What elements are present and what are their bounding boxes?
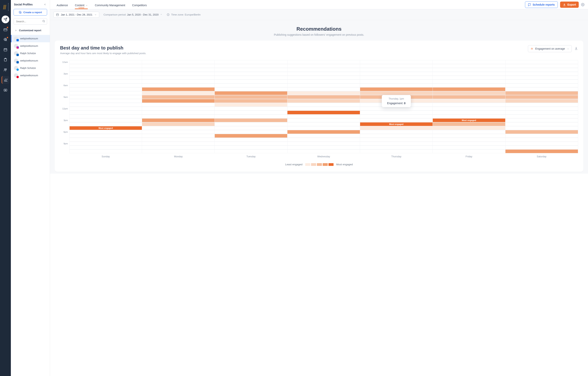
heatmap-cell[interactable]: [360, 114, 433, 118]
heatmap-cell[interactable]: [142, 138, 215, 142]
heatmap-cell[interactable]: [215, 64, 287, 68]
heatmap-cell[interactable]: [432, 122, 505, 126]
heatmap-cell[interactable]: [142, 145, 215, 149]
heatmap-cell[interactable]: [215, 87, 287, 91]
heatmap-cell[interactable]: [142, 79, 215, 83]
create-report-button[interactable]: Create a report: [14, 9, 47, 15]
heatmap-cell[interactable]: [432, 68, 505, 72]
schedule-reports-button[interactable]: Schedule reports: [525, 1, 557, 8]
heatmap-cell[interactable]: [287, 64, 360, 68]
heatmap-cell[interactable]: [505, 72, 578, 76]
heatmap-cell[interactable]: [142, 99, 215, 103]
heatmap-cell[interactable]: [505, 134, 578, 138]
heatmap-cell[interactable]: [287, 103, 360, 107]
heatmap-cell[interactable]: [505, 79, 578, 83]
heatmap-cell[interactable]: [360, 126, 433, 130]
heatmap-cell[interactable]: [360, 79, 433, 83]
heatmap-cell[interactable]: [505, 138, 578, 142]
heatmap-cell[interactable]: [505, 87, 578, 91]
heatmap-cell[interactable]: [215, 145, 287, 149]
sidebar-section-toggle[interactable]: Customized report: [11, 27, 50, 33]
heatmap-cell[interactable]: [69, 118, 142, 122]
heatmap-cell[interactable]: [360, 64, 433, 68]
heatmap-cell[interactable]: [69, 130, 142, 134]
heatmap-cell[interactable]: [215, 118, 287, 122]
heatmap-cell[interactable]: [142, 126, 215, 130]
heatmap-cell[interactable]: [505, 149, 578, 153]
heatmap-cell[interactable]: [215, 76, 287, 79]
heatmap-cell[interactable]: [505, 111, 578, 114]
heatmap-cell[interactable]: [215, 79, 287, 83]
heatmap-cell[interactable]: [505, 130, 578, 134]
heatmap-cell[interactable]: [287, 114, 360, 118]
heatmap-cell[interactable]: [287, 79, 360, 83]
profile-item[interactable]: webpixelkonsum: [11, 72, 50, 79]
heatmap-cell[interactable]: [142, 107, 215, 111]
profile-item[interactable]: Ralph Scholze: [11, 50, 50, 57]
heatmap-cell[interactable]: [69, 138, 142, 142]
heatmap-cell[interactable]: [215, 111, 287, 114]
heatmap-cell[interactable]: [432, 138, 505, 142]
heatmap-cell[interactable]: [432, 76, 505, 79]
nav-dashboard-icon[interactable]: [1, 26, 9, 33]
nav-calendar-icon[interactable]: [1, 46, 9, 54]
heatmap-cell[interactable]: [287, 130, 360, 134]
heatmap-cell[interactable]: [432, 130, 505, 134]
heatmap-cell[interactable]: [360, 142, 433, 145]
heatmap-cell[interactable]: [505, 64, 578, 68]
heatmap-cell[interactable]: [142, 103, 215, 107]
heatmap-cell[interactable]: [505, 76, 578, 79]
heatmap-cell[interactable]: [142, 130, 215, 134]
heatmap-cell[interactable]: [215, 149, 287, 153]
heatmap-cell[interactable]: [287, 76, 360, 79]
heatmap-cell[interactable]: [215, 72, 287, 76]
heatmap-cell[interactable]: [360, 130, 433, 134]
heatmap-cell[interactable]: [432, 111, 505, 114]
tab-competitors[interactable]: Competitors: [132, 1, 147, 9]
heatmap-cell[interactable]: [142, 122, 215, 126]
heatmap-cell[interactable]: [432, 134, 505, 138]
heatmap-cell[interactable]: [360, 111, 433, 114]
heatmap-cell[interactable]: [215, 114, 287, 118]
comparison-period-picker[interactable]: Comparison period: Jan 5, 2020 - Dec 31,…: [104, 13, 162, 16]
heatmap-cell[interactable]: [432, 142, 505, 145]
heatmap-cell[interactable]: [142, 111, 215, 114]
heatmap-cell[interactable]: [505, 60, 578, 64]
settings-button[interactable]: [581, 3, 585, 6]
heatmap-cell[interactable]: [69, 60, 142, 64]
export-button[interactable]: Export: [560, 1, 579, 8]
heatmap-cell[interactable]: [215, 130, 287, 134]
heatmap-cell[interactable]: [287, 138, 360, 142]
heatmap-cell[interactable]: [287, 122, 360, 126]
heatmap-cell[interactable]: [287, 60, 360, 64]
heatmap-cell[interactable]: [287, 95, 360, 99]
heatmap-cell[interactable]: [432, 99, 505, 103]
heatmap-cell[interactable]: [215, 126, 287, 130]
heatmap-cell[interactable]: [432, 95, 505, 99]
heatmap-cell[interactable]: [287, 126, 360, 130]
heatmap-cell[interactable]: [215, 60, 287, 64]
heatmap-cell[interactable]: [69, 68, 142, 72]
heatmap-cell[interactable]: [360, 134, 433, 138]
heatmap-cell[interactable]: [142, 142, 215, 145]
heatmap-cell[interactable]: [432, 91, 505, 95]
heatmap-cell[interactable]: Most engaged: [69, 126, 142, 130]
heatmap-cell[interactable]: [432, 114, 505, 118]
heatmap-cell[interactable]: [287, 91, 360, 95]
heatmap-cell[interactable]: [432, 72, 505, 76]
heatmap-cell[interactable]: [215, 99, 287, 103]
heatmap-cell[interactable]: [360, 118, 433, 122]
heatmap-cell[interactable]: [360, 76, 433, 79]
heatmap-cell[interactable]: [215, 142, 287, 145]
heatmap-cell[interactable]: [505, 103, 578, 107]
heatmap-cell[interactable]: [505, 145, 578, 149]
heatmap-cell[interactable]: [142, 72, 215, 76]
heatmap-cell[interactable]: [432, 126, 505, 130]
heatmap-cell[interactable]: [432, 83, 505, 87]
heatmap-cell[interactable]: [505, 99, 578, 103]
heatmap-cell[interactable]: [69, 99, 142, 103]
heatmap-cell[interactable]: [287, 99, 360, 103]
heatmap-cell[interactable]: [215, 95, 287, 99]
profile-item[interactable]: Ralph Scholze: [11, 64, 50, 72]
heatmap-cell[interactable]: [215, 134, 287, 138]
